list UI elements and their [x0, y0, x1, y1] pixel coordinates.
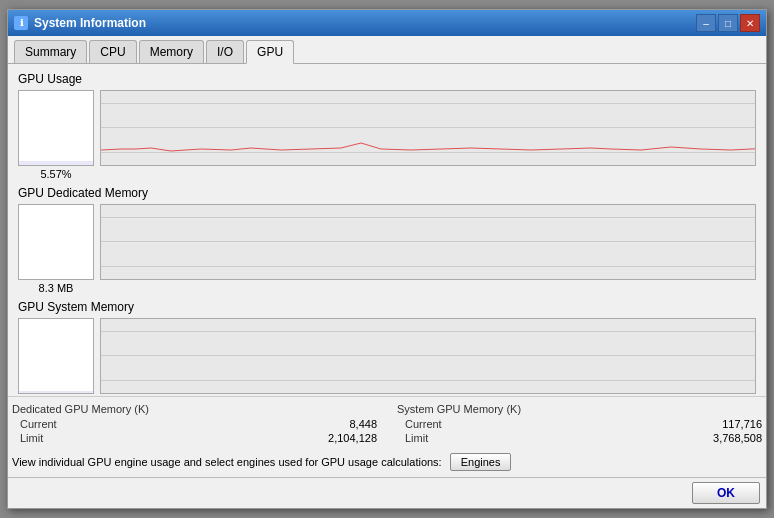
tab-io[interactable]: I/O: [206, 40, 244, 63]
system-limit-label: Limit: [405, 432, 428, 444]
gpu-usage-label: GPU Usage: [18, 72, 756, 86]
gpu-usage-mini-graph: [18, 90, 94, 166]
gpu-usage-value: 5.57%: [40, 168, 71, 180]
dedicated-current-label: Current: [20, 418, 57, 430]
title-controls: – □ ✕: [696, 14, 760, 32]
gpu-system-mini-graph: [18, 318, 94, 394]
dedicated-stats-header: Dedicated GPU Memory (K): [12, 403, 377, 415]
gpu-dedicated-label: GPU Dedicated Memory: [18, 186, 756, 200]
title-bar: ℹ System Information – □ ✕: [8, 10, 766, 36]
graph-line-5: [101, 241, 755, 242]
tab-gpu[interactable]: GPU: [246, 40, 294, 64]
graph-line-8: [101, 355, 755, 356]
gpu-dedicated-mini-graph: [18, 204, 94, 280]
bottom-section: Dedicated GPU Memory (K) Current 8,448 L…: [8, 396, 766, 477]
gpu-dedicated-value: 8.3 MB: [39, 282, 74, 294]
graph-line-9: [101, 380, 755, 381]
gpu-system-mini-container: 115.0 MB: [18, 318, 94, 396]
dedicated-current-row: Current 8,448: [12, 417, 377, 431]
gpu-dedicated-mini-container: 8.3 MB: [18, 204, 94, 294]
main-window: ℹ System Information – □ ✕ Summary CPU M…: [7, 9, 767, 509]
system-limit-row: Limit 3,768,508: [397, 431, 762, 445]
window-title: System Information: [34, 16, 696, 30]
minimize-button[interactable]: –: [696, 14, 716, 32]
system-current-label: Current: [405, 418, 442, 430]
tab-summary[interactable]: Summary: [14, 40, 87, 63]
ok-button[interactable]: OK: [692, 482, 760, 504]
graph-line-7: [101, 331, 755, 332]
gpu-usage-redline: [101, 135, 755, 155]
dedicated-limit-label: Limit: [20, 432, 43, 444]
ok-row: OK: [8, 477, 766, 508]
tab-cpu[interactable]: CPU: [89, 40, 136, 63]
engines-button[interactable]: Engines: [450, 453, 512, 471]
gpu-dedicated-row: 8.3 MB: [18, 204, 756, 294]
gpu-dedicated-section: GPU Dedicated Memory 8.3 MB: [18, 186, 756, 294]
dedicated-limit-value: 2,104,128: [328, 432, 377, 444]
gpu-system-graph-lines: [101, 319, 755, 393]
system-limit-value: 3,768,508: [713, 432, 762, 444]
gpu-usage-section: GPU Usage 5.57%: [18, 72, 756, 180]
engines-text: View individual GPU engine usage and sel…: [12, 456, 442, 468]
graph-line-6: [101, 266, 755, 267]
gpu-system-row: 115.0 MB: [18, 318, 756, 396]
dedicated-stats-col: Dedicated GPU Memory (K) Current 8,448 L…: [12, 403, 377, 445]
stats-row: Dedicated GPU Memory (K) Current 8,448 L…: [8, 403, 766, 449]
gpu-system-fill: [19, 391, 93, 393]
gpu-system-main-graph: [100, 318, 756, 394]
engines-row: View individual GPU engine usage and sel…: [8, 449, 766, 477]
maximize-button[interactable]: □: [718, 14, 738, 32]
dedicated-current-value: 8,448: [349, 418, 377, 430]
system-current-value: 117,716: [722, 418, 762, 430]
tab-bar: Summary CPU Memory I/O GPU: [8, 36, 766, 64]
dedicated-limit-row: Limit 2,104,128: [12, 431, 377, 445]
gpu-dedicated-graph-lines: [101, 205, 755, 279]
window-icon: ℹ: [14, 16, 28, 30]
system-stats-col: System GPU Memory (K) Current 117,716 Li…: [397, 403, 762, 445]
content-area: GPU Usage 5.57%: [8, 64, 766, 396]
gpu-usage-row: 5.57%: [18, 90, 756, 180]
gpu-dedicated-main-graph: [100, 204, 756, 280]
gpu-usage-fill: [19, 161, 93, 165]
gpu-usage-mini-container: 5.57%: [18, 90, 94, 180]
gpu-system-section: GPU System Memory 115.0 MB: [18, 300, 756, 396]
graph-line-2: [101, 127, 755, 128]
gpu-system-label: GPU System Memory: [18, 300, 756, 314]
system-stats-header: System GPU Memory (K): [397, 403, 762, 415]
tab-memory[interactable]: Memory: [139, 40, 204, 63]
gpu-usage-main-graph: [100, 90, 756, 166]
graph-line-4: [101, 217, 755, 218]
graph-line-1: [101, 103, 755, 104]
close-button[interactable]: ✕: [740, 14, 760, 32]
system-current-row: Current 117,716: [397, 417, 762, 431]
